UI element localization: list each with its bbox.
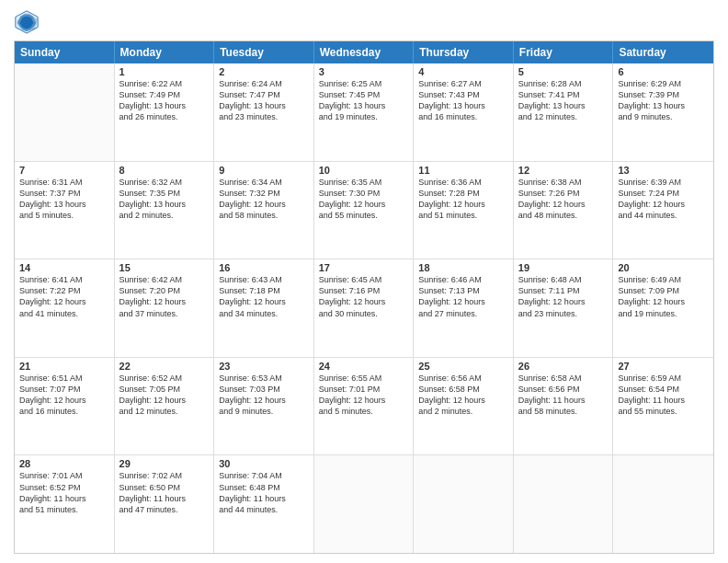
day-cell-30: 30Sunrise: 7:04 AM Sunset: 6:48 PM Dayli… [214, 455, 314, 553]
day-info: Sunrise: 6:51 AM Sunset: 7:07 PM Dayligh… [19, 373, 109, 418]
day-info: Sunrise: 6:42 AM Sunset: 7:20 PM Dayligh… [119, 274, 210, 319]
day-cell-29: 29Sunrise: 7:02 AM Sunset: 6:50 PM Dayli… [115, 455, 215, 553]
day-number: 8 [119, 165, 210, 176]
day-cell-9: 9Sunrise: 6:34 AM Sunset: 7:32 PM Daylig… [214, 162, 314, 259]
day-number: 2 [219, 66, 309, 77]
day-cell-12: 12Sunrise: 6:38 AM Sunset: 7:26 PM Dayli… [514, 162, 614, 259]
day-info: Sunrise: 6:24 AM Sunset: 7:47 PM Dayligh… [219, 78, 309, 123]
day-number: 25 [418, 361, 508, 372]
day-cell-3: 3Sunrise: 6:25 AM Sunset: 7:45 PM Daylig… [314, 63, 415, 161]
weekday-header-friday: Friday [514, 41, 614, 63]
day-info: Sunrise: 7:01 AM Sunset: 6:52 PM Dayligh… [19, 470, 109, 515]
day-number: 10 [319, 165, 409, 176]
day-cell-23: 23Sunrise: 6:53 AM Sunset: 7:03 PM Dayli… [214, 358, 314, 455]
day-number: 20 [618, 262, 709, 273]
empty-cell-4-6 [613, 455, 713, 553]
day-number: 30 [219, 458, 309, 469]
day-cell-22: 22Sunrise: 6:52 AM Sunset: 7:05 PM Dayli… [115, 358, 215, 455]
logo [14, 9, 43, 35]
day-number: 22 [119, 361, 210, 372]
logo-icon [14, 9, 40, 35]
calendar: SundayMondayTuesdayWednesdayThursdayFrid… [14, 40, 714, 554]
day-info: Sunrise: 6:27 AM Sunset: 7:43 PM Dayligh… [418, 78, 508, 123]
day-cell-4: 4Sunrise: 6:27 AM Sunset: 7:43 PM Daylig… [414, 63, 514, 161]
day-cell-27: 27Sunrise: 6:59 AM Sunset: 6:54 PM Dayli… [613, 358, 713, 455]
day-number: 13 [618, 165, 709, 176]
day-cell-28: 28Sunrise: 7:01 AM Sunset: 6:52 PM Dayli… [15, 455, 115, 553]
day-cell-26: 26Sunrise: 6:58 AM Sunset: 6:56 PM Dayli… [514, 358, 614, 455]
day-info: Sunrise: 6:25 AM Sunset: 7:45 PM Dayligh… [319, 78, 409, 123]
day-number: 7 [19, 165, 109, 176]
day-info: Sunrise: 6:22 AM Sunset: 7:49 PM Dayligh… [119, 78, 210, 123]
day-cell-2: 2Sunrise: 6:24 AM Sunset: 7:47 PM Daylig… [214, 63, 314, 161]
day-info: Sunrise: 7:04 AM Sunset: 6:48 PM Dayligh… [219, 470, 309, 515]
weekday-header-tuesday: Tuesday [214, 41, 314, 63]
day-number: 28 [19, 458, 109, 469]
empty-cell-4-5 [514, 455, 614, 553]
day-cell-8: 8Sunrise: 6:32 AM Sunset: 7:35 PM Daylig… [115, 162, 215, 259]
empty-cell-4-4 [414, 455, 514, 553]
day-cell-24: 24Sunrise: 6:55 AM Sunset: 7:01 PM Dayli… [314, 358, 415, 455]
day-info: Sunrise: 6:46 AM Sunset: 7:13 PM Dayligh… [418, 274, 508, 319]
day-cell-19: 19Sunrise: 6:48 AM Sunset: 7:11 PM Dayli… [514, 259, 614, 357]
day-number: 5 [518, 66, 609, 77]
day-cell-16: 16Sunrise: 6:43 AM Sunset: 7:18 PM Dayli… [214, 259, 314, 357]
day-info: Sunrise: 6:31 AM Sunset: 7:37 PM Dayligh… [19, 177, 109, 222]
empty-cell-0-0 [15, 63, 115, 161]
day-info: Sunrise: 6:41 AM Sunset: 7:22 PM Dayligh… [19, 274, 109, 319]
day-info: Sunrise: 6:39 AM Sunset: 7:24 PM Dayligh… [618, 177, 709, 222]
day-info: Sunrise: 6:59 AM Sunset: 6:54 PM Dayligh… [618, 373, 709, 418]
calendar-row-1: 7Sunrise: 6:31 AM Sunset: 7:37 PM Daylig… [15, 161, 713, 259]
day-info: Sunrise: 6:45 AM Sunset: 7:16 PM Dayligh… [319, 274, 409, 319]
day-number: 14 [19, 262, 109, 273]
day-cell-7: 7Sunrise: 6:31 AM Sunset: 7:37 PM Daylig… [15, 162, 115, 259]
day-number: 26 [518, 361, 609, 372]
day-info: Sunrise: 6:56 AM Sunset: 6:58 PM Dayligh… [418, 373, 508, 418]
day-info: Sunrise: 6:55 AM Sunset: 7:01 PM Dayligh… [319, 373, 409, 418]
day-cell-15: 15Sunrise: 6:42 AM Sunset: 7:20 PM Dayli… [115, 259, 215, 357]
calendar-row-0: 1Sunrise: 6:22 AM Sunset: 7:49 PM Daylig… [15, 63, 713, 161]
day-cell-11: 11Sunrise: 6:36 AM Sunset: 7:28 PM Dayli… [414, 162, 514, 259]
day-cell-21: 21Sunrise: 6:51 AM Sunset: 7:07 PM Dayli… [15, 358, 115, 455]
day-number: 27 [618, 361, 709, 372]
day-info: Sunrise: 6:35 AM Sunset: 7:30 PM Dayligh… [319, 177, 409, 222]
day-info: Sunrise: 6:36 AM Sunset: 7:28 PM Dayligh… [418, 177, 508, 222]
day-number: 19 [518, 262, 609, 273]
day-number: 11 [418, 165, 508, 176]
day-info: Sunrise: 6:34 AM Sunset: 7:32 PM Dayligh… [219, 177, 309, 222]
calendar-header: SundayMondayTuesdayWednesdayThursdayFrid… [15, 41, 713, 63]
empty-cell-4-3 [314, 455, 415, 553]
day-cell-25: 25Sunrise: 6:56 AM Sunset: 6:58 PM Dayli… [414, 358, 514, 455]
day-number: 23 [219, 361, 309, 372]
day-number: 12 [518, 165, 609, 176]
day-cell-18: 18Sunrise: 6:46 AM Sunset: 7:13 PM Dayli… [414, 259, 514, 357]
calendar-row-2: 14Sunrise: 6:41 AM Sunset: 7:22 PM Dayli… [15, 259, 713, 357]
day-cell-14: 14Sunrise: 6:41 AM Sunset: 7:22 PM Dayli… [15, 259, 115, 357]
day-info: Sunrise: 6:32 AM Sunset: 7:35 PM Dayligh… [119, 177, 210, 222]
weekday-header-wednesday: Wednesday [314, 41, 415, 63]
weekday-header-saturday: Saturday [613, 41, 713, 63]
day-info: Sunrise: 6:38 AM Sunset: 7:26 PM Dayligh… [518, 177, 609, 222]
day-info: Sunrise: 6:29 AM Sunset: 7:39 PM Dayligh… [618, 78, 709, 123]
day-number: 16 [219, 262, 309, 273]
day-cell-6: 6Sunrise: 6:29 AM Sunset: 7:39 PM Daylig… [613, 63, 713, 161]
day-number: 9 [219, 165, 309, 176]
day-cell-17: 17Sunrise: 6:45 AM Sunset: 7:16 PM Dayli… [314, 259, 415, 357]
day-cell-5: 5Sunrise: 6:28 AM Sunset: 7:41 PM Daylig… [514, 63, 614, 161]
calendar-body: 1Sunrise: 6:22 AM Sunset: 7:49 PM Daylig… [15, 63, 713, 553]
day-info: Sunrise: 6:49 AM Sunset: 7:09 PM Dayligh… [618, 274, 709, 319]
header [14, 9, 714, 35]
weekday-header-thursday: Thursday [414, 41, 514, 63]
day-info: Sunrise: 6:28 AM Sunset: 7:41 PM Dayligh… [518, 78, 609, 123]
day-info: Sunrise: 6:53 AM Sunset: 7:03 PM Dayligh… [219, 373, 309, 418]
day-cell-13: 13Sunrise: 6:39 AM Sunset: 7:24 PM Dayli… [613, 162, 713, 259]
day-number: 1 [119, 66, 210, 77]
day-number: 24 [319, 361, 409, 372]
weekday-header-sunday: Sunday [15, 41, 115, 63]
day-number: 18 [418, 262, 508, 273]
day-number: 21 [19, 361, 109, 372]
day-number: 29 [119, 458, 210, 469]
day-info: Sunrise: 7:02 AM Sunset: 6:50 PM Dayligh… [119, 470, 210, 515]
day-info: Sunrise: 6:58 AM Sunset: 6:56 PM Dayligh… [518, 373, 609, 418]
calendar-row-4: 28Sunrise: 7:01 AM Sunset: 6:52 PM Dayli… [15, 454, 713, 553]
